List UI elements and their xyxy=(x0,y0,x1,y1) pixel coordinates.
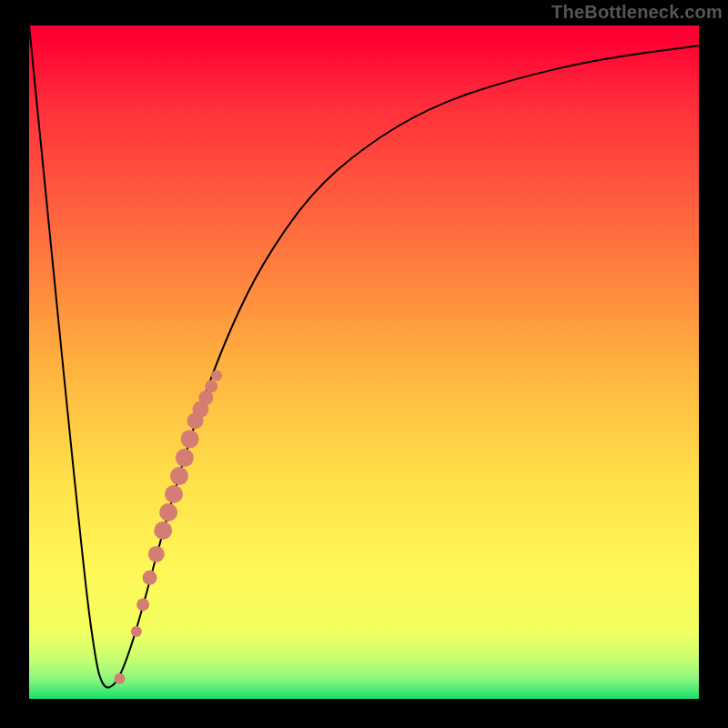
highlight-dot xyxy=(205,380,217,393)
curve-layer xyxy=(29,25,699,687)
watermark-text: TheBottleneck.com xyxy=(551,2,723,23)
highlight-dot xyxy=(114,673,125,684)
highlight-dot xyxy=(148,546,165,562)
bottleneck-curve xyxy=(29,25,699,687)
highlight-dot xyxy=(181,430,199,448)
chart-svg xyxy=(29,25,699,699)
highlight-dot xyxy=(143,571,157,585)
plot-area xyxy=(29,25,699,699)
highlight-dot xyxy=(170,467,188,485)
highlight-dots xyxy=(114,370,222,684)
highlight-dot xyxy=(154,521,172,540)
highlight-dot xyxy=(176,449,194,467)
highlight-dot xyxy=(159,503,177,521)
highlight-dot xyxy=(131,626,142,637)
highlight-dot xyxy=(165,485,183,503)
highlight-dot xyxy=(211,370,222,381)
highlight-dot xyxy=(198,390,213,405)
highlight-dot xyxy=(136,598,149,611)
chart-frame: TheBottleneck.com xyxy=(0,0,728,728)
